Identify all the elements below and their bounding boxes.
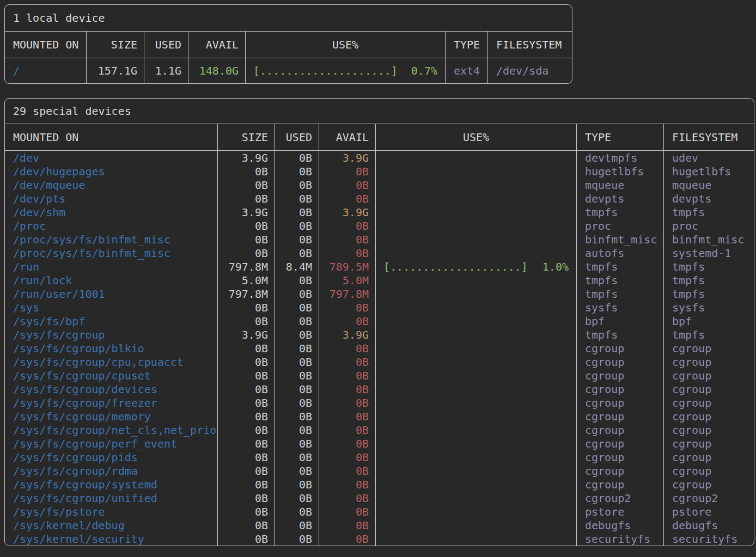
filesystem: bpf xyxy=(663,314,754,328)
usage-cell xyxy=(375,450,576,464)
size-value: 0B xyxy=(217,219,275,232)
table-row: /sys/fs/cgroup/cpuset 0B 0B 0B cgroup cg… xyxy=(5,369,754,382)
avail-value: 0B xyxy=(319,178,375,192)
table-row: /dev/shm 3.9G 0B 3.9G tmpfs tmpfs xyxy=(5,205,754,219)
fs-type: devtmpfs xyxy=(576,151,663,164)
avail-value: 0B xyxy=(319,518,375,532)
fs-type: tmpfs xyxy=(576,273,663,287)
fs-type: debugfs xyxy=(576,518,663,532)
used-value: 0B xyxy=(275,164,319,178)
local-devices-table-body: / 157.1G 1.1G 148.0G [..................… xyxy=(5,58,572,83)
fs-type: autofs xyxy=(576,246,663,260)
used-value: 0B xyxy=(275,518,319,532)
table-row: /proc/sys/fs/binfmt_misc 0B 0B 0B autofs… xyxy=(5,246,754,260)
mount-point: /proc/sys/fs/binfmt_misc xyxy=(5,246,217,260)
table-row: /sys/fs/cgroup/net_cls,net_prio 0B 0B 0B… xyxy=(5,423,754,437)
avail-value: 0B xyxy=(319,396,375,409)
special-devices-table: 29 special devices MOUNTED ON SIZE USED … xyxy=(4,98,754,546)
table-row: /sys/fs/cgroup/unified 0B 0B 0B cgroup2 … xyxy=(5,491,754,505)
table-row: /dev/pts 0B 0B 0B devpts devpts xyxy=(5,192,754,205)
size-value: 0B xyxy=(217,478,275,491)
filesystem: proc xyxy=(663,219,754,232)
size-value: 0B xyxy=(217,423,275,437)
usage-cell xyxy=(375,518,576,532)
size-value: 0B xyxy=(217,369,275,382)
usage-cell xyxy=(375,464,576,478)
table-row: /sys/fs/cgroup/perf_event 0B 0B 0B cgrou… xyxy=(5,437,754,450)
used-value: 0B xyxy=(275,478,319,491)
size-value: 0B xyxy=(217,301,275,314)
col-header-size: SIZE xyxy=(217,124,275,150)
avail-value: 0B xyxy=(319,464,375,478)
used-value: 0B xyxy=(275,151,319,164)
mount-point: /dev/shm xyxy=(5,205,217,219)
usage-cell xyxy=(375,369,576,382)
usage-cell xyxy=(375,396,576,409)
size-value: 0B xyxy=(217,505,275,518)
table-row: /sys/fs/cgroup 3.9G 0B 3.9G tmpfs tmpfs xyxy=(5,328,754,341)
fs-type: ext4 xyxy=(445,58,487,83)
fs-type: cgroup xyxy=(576,382,663,396)
size-value: 0B xyxy=(217,409,275,423)
col-header-used: USED xyxy=(144,32,188,58)
usage-cell xyxy=(375,205,576,219)
fs-type: mqueue xyxy=(576,178,663,192)
used-value: 8.4M xyxy=(275,260,319,273)
col-header-type: TYPE xyxy=(445,32,487,58)
filesystem: tmpfs xyxy=(663,273,754,287)
col-header-use-pct: USE% xyxy=(245,32,445,58)
filesystem: sysfs xyxy=(663,301,754,314)
filesystem: cgroup xyxy=(663,409,754,423)
filesystem: devpts xyxy=(663,192,754,205)
size-value: 0B xyxy=(217,396,275,409)
usage-cell xyxy=(375,423,576,437)
used-value: 0B xyxy=(275,396,319,409)
mount-point: /sys/fs/cgroup/memory xyxy=(5,409,217,423)
mount-point: /sys/kernel/debug xyxy=(5,518,217,532)
avail-value: 0B xyxy=(319,382,375,396)
local-devices-table-title: 1 local device xyxy=(5,5,572,32)
usage-cell xyxy=(375,437,576,450)
table-row: /run 797.8M 8.4M 789.5M [...............… xyxy=(5,260,754,273)
used-value: 1.1G xyxy=(144,58,188,83)
terminal-screen: { "colors": { "bg": "#282828", "border":… xyxy=(0,0,756,557)
mount-point: /sys/fs/cgroup/pids xyxy=(5,450,217,464)
mount-point: /sys/fs/pstore xyxy=(5,505,217,518)
usage-cell xyxy=(375,382,576,396)
avail-value: 0B xyxy=(319,232,375,246)
fs-type: proc xyxy=(576,219,663,232)
used-value: 0B xyxy=(275,491,319,505)
avail-value: 789.5M xyxy=(319,260,375,273)
mount-point: /sys/kernel/security xyxy=(5,532,217,546)
avail-value: 5.0M xyxy=(319,273,375,287)
table-row: /sys/fs/cgroup/systemd 0B 0B 0B cgroup c… xyxy=(5,478,754,491)
size-value: 0B xyxy=(217,232,275,246)
table-row: /sys/fs/cgroup/blkio 0B 0B 0B cgroup cgr… xyxy=(5,341,754,355)
usage-percent: 1.0% xyxy=(542,260,569,273)
fs-type: tmpfs xyxy=(576,328,663,341)
fs-type: hugetlbfs xyxy=(576,164,663,178)
avail-value: 0B xyxy=(319,369,375,382)
size-value: 3.9G xyxy=(217,205,275,219)
fs-type: cgroup2 xyxy=(576,491,663,505)
size-value: 0B xyxy=(217,164,275,178)
size-value: 0B xyxy=(217,464,275,478)
size-value: 0B xyxy=(217,437,275,450)
filesystem: cgroup xyxy=(663,478,754,491)
used-value: 0B xyxy=(275,178,319,192)
filesystem: cgroup xyxy=(663,369,754,382)
mount-point: /run/lock xyxy=(5,273,217,287)
special-devices-table-title: 29 special devices xyxy=(5,99,754,124)
filesystem: cgroup xyxy=(663,450,754,464)
size-value: 0B xyxy=(217,382,275,396)
size-value: 0B xyxy=(217,246,275,260)
used-value: 0B xyxy=(275,328,319,341)
used-value: 0B xyxy=(275,409,319,423)
table-row: /sys/fs/cgroup/rdma 0B 0B 0B cgroup cgro… xyxy=(5,464,754,478)
usage-cell xyxy=(375,491,576,505)
usage-cell: [....................] 0.7% xyxy=(245,58,445,83)
usage-cell xyxy=(375,287,576,301)
table-row: /sys/fs/cgroup/devices 0B 0B 0B cgroup c… xyxy=(5,382,754,396)
usage-cell xyxy=(375,178,576,192)
table-row: /sys/fs/pstore 0B 0B 0B pstore pstore xyxy=(5,505,754,518)
